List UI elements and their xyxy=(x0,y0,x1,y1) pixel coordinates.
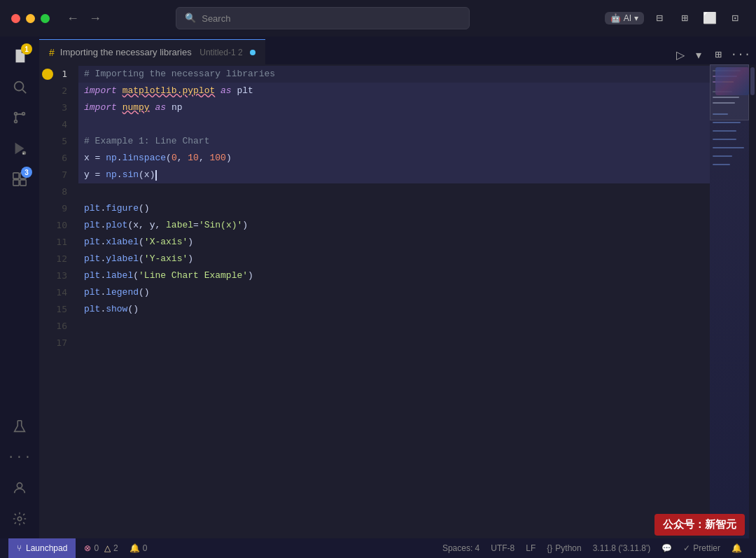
status-bar: ⑂ Launchpad ⊗ 0 △ 2 🔔 0 Spaces: 4 UTF-8 … xyxy=(0,538,756,558)
line-number-9: 9 xyxy=(39,200,78,217)
prettier-label: Prettier xyxy=(693,543,720,553)
status-notifications[interactable]: 🔔 0 xyxy=(124,538,153,558)
layout-icon[interactable]: ⊟ xyxy=(650,8,669,28)
code-line-2: import matplotlib.pyplot as plt xyxy=(78,83,710,99)
back-button[interactable]: ← xyxy=(64,10,82,27)
token-plain: . xyxy=(117,167,122,183)
status-errors[interactable]: ⊗ 0 △ 2 xyxy=(78,538,123,558)
status-python-version[interactable]: 3.11.8 ('3.11.8') xyxy=(587,543,657,553)
split-view-button[interactable]: ⊞ xyxy=(708,45,728,64)
token-plain xyxy=(232,83,237,99)
code-line-14: plt.legend() xyxy=(78,284,710,301)
token-string: 'Sin(x)' xyxy=(199,217,242,234)
status-encoding[interactable]: UTF-8 xyxy=(485,543,520,553)
token-module: numpy xyxy=(122,99,150,116)
warnings-icon: △ xyxy=(104,543,111,553)
errors-icon: ⊗ xyxy=(84,543,91,553)
search-text: Search xyxy=(202,13,230,24)
token-string: 'Y-axis' xyxy=(144,251,188,267)
tab-bar: # Importing the necessary libraries Unti… xyxy=(39,36,756,64)
token-plain: ) xyxy=(248,267,253,284)
titlebar: ← → 🔍 Search 🤖 AI ▾ ⊟ ⊞ ⬜ ⊡ xyxy=(0,0,756,36)
code-line-11: plt.xlabel('X-axis') xyxy=(78,234,710,251)
python-version-label: 3.11.8 ('3.11.8') xyxy=(593,543,651,553)
token-method: show xyxy=(106,301,127,318)
code-line-5: # Example 1: Line Chart xyxy=(78,133,710,150)
code-line-17 xyxy=(78,335,710,351)
token-builtin: plt xyxy=(84,217,100,234)
split-editor-icon[interactable]: ⊞ xyxy=(675,8,694,28)
line-number-1: 1 xyxy=(39,66,78,83)
panel-icon[interactable]: ⬜ xyxy=(700,8,720,28)
titlebar-right: 🤖 AI ▾ ⊟ ⊞ ⬜ ⊡ xyxy=(605,8,745,28)
code-line-10: plt.plot(x, y, label='Sin(x)') xyxy=(78,217,710,234)
sidebar-item-explorer[interactable]: 1 xyxy=(6,42,34,70)
minimap[interactable] xyxy=(710,64,749,538)
bell-icon: 🔔 xyxy=(732,543,742,553)
sidebar-item-search[interactable] xyxy=(6,73,34,101)
token-plain xyxy=(117,83,122,99)
maximize-button[interactable] xyxy=(41,14,50,23)
minimize-button[interactable] xyxy=(26,14,35,23)
sidebar-item-flask[interactable] xyxy=(6,412,34,440)
status-branch[interactable]: ⑂ Launchpad xyxy=(8,538,76,558)
code-content[interactable]: # Importing the necessary librariesimpor… xyxy=(78,64,710,538)
notification-count: 0 xyxy=(143,543,148,553)
minimap-thumbnail xyxy=(715,67,749,95)
code-line-8 xyxy=(78,183,710,200)
token-builtin: plt xyxy=(84,301,100,318)
token-plain: . xyxy=(100,301,106,318)
line-number-6: 6 xyxy=(39,150,78,167)
customize-icon[interactable]: ⊡ xyxy=(725,8,745,28)
close-button[interactable] xyxy=(11,14,20,23)
notification-icon: 🔔 xyxy=(130,543,140,553)
editor-area: # Importing the necessary libraries Unti… xyxy=(39,36,756,538)
code-line-15: plt.show() xyxy=(78,301,710,318)
forward-button[interactable]: → xyxy=(86,10,104,27)
status-language[interactable]: {} Python xyxy=(541,543,587,553)
sidebar-item-more[interactable]: ··· xyxy=(6,443,34,471)
ai-assistant-button[interactable]: 🤖 AI ▾ xyxy=(605,12,644,25)
sidebar-item-extensions[interactable]: 3 xyxy=(6,165,34,193)
token-plain: () xyxy=(139,284,150,301)
status-prettier[interactable]: ✓ Prettier xyxy=(678,543,726,553)
svg-rect-27 xyxy=(713,155,732,157)
code-line-3: import numpy as np xyxy=(78,99,710,116)
sidebar-item-account[interactable] xyxy=(6,474,34,502)
token-plain: () xyxy=(127,301,139,318)
token-method: xlabel xyxy=(106,234,139,251)
status-eol[interactable]: LF xyxy=(520,543,541,553)
vertical-scrollbar[interactable] xyxy=(749,64,756,538)
status-wechat: 💬 xyxy=(656,543,678,553)
run-dropdown[interactable]: ▾ xyxy=(692,47,706,63)
token-plain xyxy=(150,99,155,116)
token-comment: # Example 1: Line Chart xyxy=(84,133,209,150)
svg-point-0 xyxy=(15,82,24,91)
token-builtin: np xyxy=(106,167,117,183)
run-button[interactable]: ▷ xyxy=(672,47,689,63)
watermark: 公众号：新智元 xyxy=(654,514,745,536)
status-spaces[interactable]: Spaces: 4 xyxy=(437,543,485,553)
token-plain: . xyxy=(100,267,106,284)
line-number-7: 7 xyxy=(39,167,78,183)
sidebar-item-source-control[interactable] xyxy=(6,104,34,132)
svg-rect-26 xyxy=(713,147,744,148)
token-method: plot xyxy=(106,217,127,234)
more-actions-button[interactable]: ··· xyxy=(731,45,750,64)
token-keyword: as xyxy=(220,83,232,99)
token-number: 10 xyxy=(188,150,199,167)
line-number-12: 12 xyxy=(39,251,78,267)
status-bell[interactable]: 🔔 xyxy=(726,543,748,553)
svg-point-12 xyxy=(17,483,22,488)
scrollbar-thumb[interactable] xyxy=(750,67,755,95)
token-plain: () xyxy=(139,200,150,217)
unsaved-indicator xyxy=(250,50,255,55)
sidebar-item-settings[interactable] xyxy=(6,505,34,533)
line-number-2: 2 xyxy=(39,83,78,99)
token-plain: . xyxy=(100,217,106,234)
search-bar[interactable]: 🔍 Search xyxy=(176,7,470,29)
sidebar-item-run[interactable] xyxy=(6,134,34,162)
token-plain xyxy=(215,83,220,99)
active-tab[interactable]: # Importing the necessary libraries Unti… xyxy=(39,39,265,64)
token-plain: (x) xyxy=(139,167,155,183)
